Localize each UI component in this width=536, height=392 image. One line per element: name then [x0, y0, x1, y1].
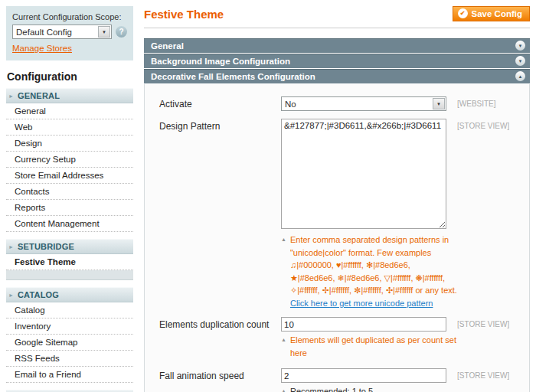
accordion-general[interactable]: General ▼: [144, 38, 530, 53]
scope-badge: [WEBSITE]: [457, 96, 496, 108]
field-row-elements-duplication-count: Elements duplication count [STORE VIEW]: [159, 317, 523, 332]
sidebar-item-content-management[interactable]: Content Management: [6, 216, 133, 232]
note-marker-icon: ▲: [281, 334, 286, 359]
field-label: Design Pattern: [159, 119, 281, 132]
scope-badge: [STORE VIEW]: [457, 317, 509, 328]
sidebar-item-reports[interactable]: Reports: [6, 200, 133, 216]
note-text: Recommended: 1 to 5: [290, 385, 373, 392]
sidebar-item-festive-theme[interactable]: Festive Theme: [6, 254, 133, 270]
sidebar-item-catalog[interactable]: Catalog: [6, 302, 133, 318]
chevron-down-icon[interactable]: ▼: [515, 41, 525, 51]
sidebar-item-currency-setup[interactable]: Currency Setup: [6, 152, 133, 168]
field-label: Activate: [159, 96, 281, 109]
help-icon[interactable]: ?: [116, 26, 127, 38]
sidebar-section-catalog: ► CATALOG Catalog Inventory Google Sitem…: [6, 287, 133, 383]
sidebar-item-web[interactable]: Web: [6, 119, 133, 136]
sidebar-section-setubridge: ► SETUBRIDGE Festive Theme: [6, 239, 133, 280]
decorative-fall-elements-fieldset: Activate No ▼ [WEBSITE] Design Pattern &…: [144, 84, 530, 392]
scope-badge: [STORE VIEW]: [457, 119, 509, 130]
accordion-decorative-fall-elements[interactable]: Decorative Fall Elements Configuration ▲: [144, 69, 530, 83]
page-title: Festive Theme: [144, 6, 224, 21]
main-content: Festive Theme ✔ Save Config General ▼ Ba…: [144, 6, 530, 392]
unicode-pattern-link[interactable]: Click here to get more unicode pattern: [290, 299, 433, 308]
save-icon: ✔: [458, 8, 468, 18]
field-row-design-pattern: Design Pattern &#127877;|#3D6611,&#x266b…: [159, 119, 523, 231]
manage-stores-link[interactable]: Manage Stores: [12, 44, 72, 53]
scope-label: Current Configuration Scope:: [12, 12, 127, 21]
sidebar-item-inventory[interactable]: Inventory: [6, 318, 133, 335]
configuration-scope-panel: Current Configuration Scope: Default Con…: [6, 6, 133, 60]
field-label: Elements duplication count: [159, 317, 281, 330]
chevron-down-icon[interactable]: ▼: [515, 56, 525, 66]
sidebar-item-contacts[interactable]: Contacts: [6, 184, 133, 200]
design-pattern-textarea[interactable]: &#127877;|#3D6611,&#x266b;|#3D6611: [281, 119, 446, 229]
arrow-right-icon: ►: [8, 93, 14, 99]
chevron-down-icon[interactable]: ▼: [433, 98, 445, 109]
sidebar-item-email-to-a-friend[interactable]: Email to a Friend: [6, 367, 133, 383]
scope-select-value: Default Config: [16, 28, 72, 37]
sidebar-item-store-email-addresses[interactable]: Store Email Addresses: [6, 168, 133, 184]
chevron-up-icon[interactable]: ▲: [515, 71, 525, 81]
sidebar-section-general: ► GENERAL General Web Design Currency Se…: [6, 88, 133, 232]
save-config-label: Save Config: [472, 9, 522, 18]
arrow-right-icon: ►: [8, 244, 14, 250]
elements-duplication-note: ▲ Elements will get duplicated as per co…: [281, 334, 457, 359]
field-row-activate: Activate No ▼ [WEBSITE]: [159, 96, 523, 111]
field-row-fall-animation-speed: Fall animation speed [STORE VIEW]: [159, 368, 523, 383]
fall-animation-speed-input[interactable]: [281, 368, 446, 383]
sidebar-section-header: ► SETUBRIDGE: [6, 239, 133, 254]
field-label: Fall animation speed: [159, 368, 281, 381]
design-pattern-note-text: Enter comma separated design patterns in…: [290, 235, 457, 295]
activate-select[interactable]: No ▼: [281, 96, 446, 111]
design-pattern-note: ▲ Enter comma separated design patterns …: [281, 234, 457, 309]
sidebar-item-general[interactable]: General: [6, 103, 133, 119]
fall-animation-speed-note: ▲ Recommended: 1 to 5: [281, 385, 457, 392]
sidebar-item-rss-feeds[interactable]: RSS Feeds: [6, 351, 133, 367]
elements-duplication-count-input[interactable]: [281, 317, 446, 332]
sidebar-spacer: [6, 270, 133, 280]
sidebar-title: Configuration: [7, 70, 133, 83]
configuration-page: Current Configuration Scope: Default Con…: [0, 0, 536, 392]
activate-select-value: No: [285, 100, 296, 109]
accordion-background-image-configuration[interactable]: Background Image Configuration ▼: [144, 54, 530, 68]
sidebar-item-google-sitemap[interactable]: Google Sitemap: [6, 335, 133, 351]
note-text: Elements will get duplicated as per coun…: [290, 334, 457, 359]
scope-select[interactable]: Default Config ▼: [12, 24, 112, 39]
page-header: Festive Theme ✔ Save Config: [144, 6, 530, 28]
scope-badge: [STORE VIEW]: [457, 368, 509, 380]
chevron-down-icon[interactable]: ▼: [98, 26, 110, 38]
save-config-button[interactable]: ✔ Save Config: [453, 6, 530, 21]
sidebar-item-design[interactable]: Design: [6, 136, 133, 152]
note-marker-icon: ▲: [281, 234, 286, 309]
note-marker-icon: ▲: [281, 385, 286, 392]
arrow-right-icon: ►: [8, 292, 14, 298]
sidebar: Current Configuration Scope: Default Con…: [6, 6, 133, 392]
sidebar-section-header: ► CATALOG: [6, 287, 133, 302]
sidebar-section-header: ► GENERAL: [6, 88, 133, 103]
